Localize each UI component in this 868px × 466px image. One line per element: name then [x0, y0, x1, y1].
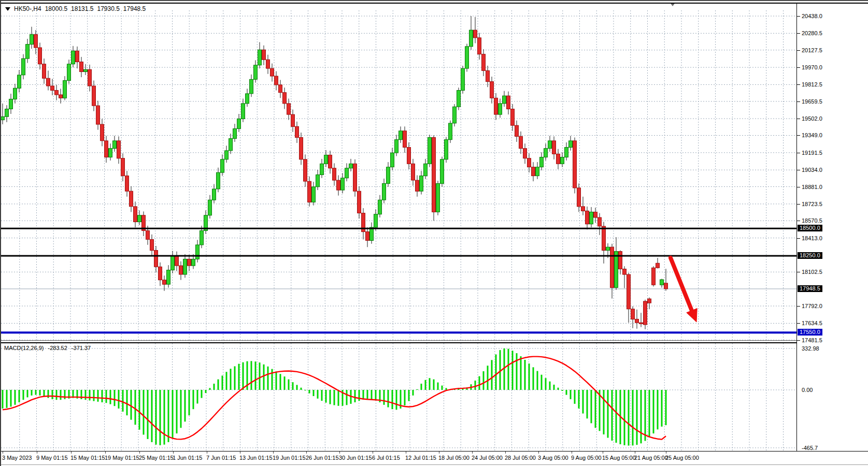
axis-tick	[797, 306, 800, 307]
axis-tick	[797, 67, 800, 68]
price-line-label: 17550.0	[798, 329, 822, 336]
time-tick	[666, 452, 666, 454]
time-axis-label: 3 Aug 05:00	[538, 455, 568, 461]
symbol-period-label: HK50-,H4	[14, 5, 41, 12]
time-axis-label: 1 Jun 01:15	[173, 455, 203, 461]
price-axis-label: 17634.5	[802, 320, 822, 326]
time-axis-label: 9 May 01:15	[36, 455, 68, 461]
horizontal-line-18500.0[interactable]	[1, 228, 797, 229]
macd-chart[interactable]	[1, 343, 797, 451]
time-axis-label: 15 May 01:15	[70, 455, 105, 461]
time-axis-label: 26 Jun 01:15	[306, 455, 339, 461]
price-line-label: 18500.0	[798, 225, 822, 231]
time-tick	[505, 452, 506, 454]
axis-tick	[797, 170, 800, 170]
time-tick	[538, 452, 539, 454]
macd-main-value: -283.52	[48, 345, 67, 351]
time-tick	[339, 452, 340, 454]
time-tick	[635, 452, 635, 454]
time-axis-label: 25 May 01:15	[139, 455, 174, 461]
symbol-dropdown-icon[interactable]	[5, 7, 10, 11]
axis-tick	[797, 101, 800, 102]
time-tick	[71, 452, 72, 454]
price-axis-label: 19191.5	[802, 150, 822, 156]
macd-axis-label: -465.7	[802, 445, 818, 451]
grid-layer	[1, 10, 797, 343]
time-axis-label: 30 Jun 01:15	[339, 455, 372, 461]
price-axis-label: 20127.5	[802, 47, 822, 53]
axis-tick	[797, 340, 800, 341]
price-axis-label: 17792.0	[802, 303, 822, 309]
macd-name: MACD(12,26,9)	[4, 345, 44, 351]
axis-tick	[797, 272, 800, 272]
price-axis-label: 19812.5	[802, 81, 822, 88]
time-tick	[306, 452, 307, 454]
horizontal-line-17550.0[interactable]	[1, 331, 797, 333]
price-axis-label: 17481.5	[802, 337, 822, 343]
price-line-label: 17948.5	[798, 285, 822, 292]
axis-tick	[797, 221, 800, 221]
bar-low-value: 17930.5	[97, 5, 119, 12]
time-axis-label: 24 Jul 05:00	[472, 455, 503, 461]
price-chart[interactable]	[1, 0, 797, 343]
macd-axis-label: 0.00	[802, 387, 813, 393]
time-tick	[105, 452, 106, 454]
time-tick	[439, 452, 439, 454]
time-tick	[572, 452, 572, 454]
price-axis-label: 18413.0	[802, 235, 822, 241]
axis-tick	[797, 50, 800, 51]
time-axis-label: 7 Jun 01:15	[206, 455, 236, 461]
horizontal-line-18250.0[interactable]	[1, 255, 797, 257]
time-axis-label: 3 May 2023	[2, 455, 32, 461]
time-tick	[406, 452, 406, 454]
axis-tick	[797, 323, 800, 324]
price-axis-label: 18881.0	[802, 184, 822, 190]
time-tick	[207, 452, 207, 454]
axis-tick	[797, 238, 800, 239]
macd-grid-layer	[1, 343, 797, 451]
time-tick	[240, 452, 240, 454]
panel-separator[interactable]	[1, 340, 868, 343]
axis-tick	[797, 119, 800, 119]
price-axis-label: 18570.5	[802, 217, 822, 224]
time-tick	[603, 452, 603, 454]
price-axis-label: 19970.0	[802, 64, 822, 70]
sell-arrow-annotation[interactable]	[671, 258, 697, 322]
time-axis-label: 13 Jun 01:15	[239, 455, 273, 461]
price-axis-label: 19502.0	[802, 115, 822, 122]
bar-close-value: 17948.5	[123, 5, 146, 12]
axis-tick	[797, 135, 800, 136]
price-axis-label: 18723.5	[802, 201, 822, 207]
time-axis[interactable]: 3 May 20239 May 01:1515 May 01:1519 May …	[1, 451, 868, 465]
axis-tick	[797, 84, 800, 85]
time-axis-label: 9 Aug 05:00	[571, 455, 602, 461]
price-axis-label: 19349.0	[802, 132, 822, 138]
price-axis-label: 18102.5	[802, 269, 822, 275]
time-axis-label: 18 Jul 05:00	[438, 455, 469, 461]
time-axis-label: 25 Aug 05:00	[665, 455, 699, 461]
bar-high-value: 18131.5	[71, 5, 93, 12]
time-tick	[472, 452, 473, 454]
axis-tick	[797, 187, 800, 187]
time-tick	[3, 452, 3, 454]
macd-indicator-label: MACD(12,26,9) -283.52 -371.37	[4, 345, 93, 351]
price-axis[interactable]: 20438.020280.520127.519970.019812.519659…	[796, 0, 868, 451]
price-axis-label: 20280.5	[802, 30, 822, 36]
window-top-frame	[1, 0, 868, 4]
axis-tick	[797, 16, 800, 17]
time-axis-label: 28 Jul 05:00	[505, 455, 536, 461]
price-axis-label: 19659.5	[802, 98, 822, 105]
axis-tick	[797, 153, 800, 153]
mt4-chart-window: HK50-,H4 18000.5 18131.5 17930.5 17948.5…	[0, 0, 868, 466]
time-axis-label: 15 Aug 05:00	[602, 455, 636, 461]
time-tick	[373, 452, 373, 454]
time-axis-label: 19 Jun 01:15	[273, 455, 306, 461]
time-tick	[37, 452, 37, 454]
time-axis-label: 19 May 01:15	[105, 455, 139, 461]
macd-histogram	[3, 348, 666, 446]
time-tick	[139, 452, 140, 454]
candles-layer	[1, 16, 668, 329]
time-axis-label: 6 Jul 01:15	[372, 455, 400, 461]
macd-signal-value: -371.37	[72, 345, 91, 351]
chart-title-bar: HK50-,H4 18000.5 18131.5 17930.5 17948.5	[4, 5, 149, 13]
